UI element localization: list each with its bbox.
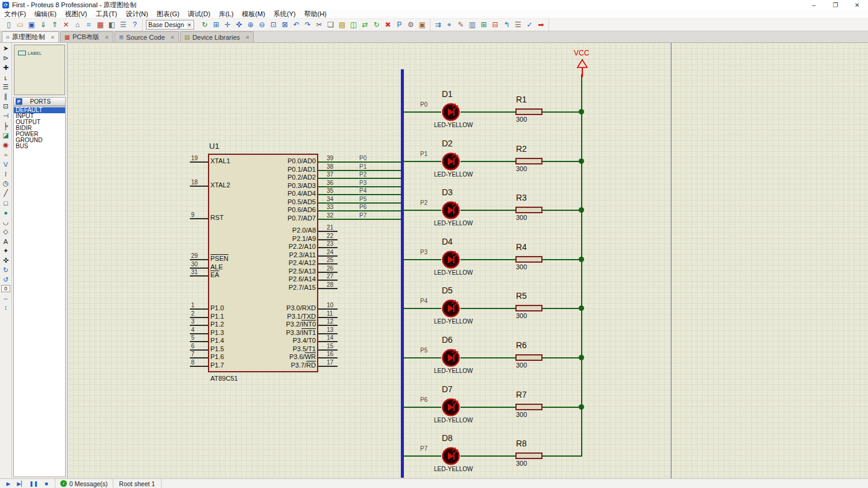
toolbar-icon[interactable]: ▣ [26, 20, 37, 30]
net-label[interactable]: P3 [359, 180, 366, 186]
toolbar-icon[interactable]: ✕ [60, 20, 72, 30]
resistor[interactable] [515, 404, 542, 410]
mode-icon[interactable]: ✦ [1, 246, 11, 255]
toolbar-icon[interactable]: ✖ [382, 20, 394, 30]
toolbar-icon[interactable]: ⊞ [210, 20, 222, 30]
toolbar-icon[interactable]: ◧ [106, 20, 118, 30]
mirror-x-icon[interactable]: ↔ [1, 293, 11, 302]
resistor-reference[interactable]: R8 [516, 439, 527, 448]
led-icon[interactable] [441, 201, 461, 220]
led-value[interactable]: LED-YELLOW [434, 122, 473, 128]
led-reference[interactable]: D5 [442, 286, 453, 295]
resistor[interactable] [515, 354, 542, 361]
mode-icon[interactable]: ↺ [1, 275, 11, 284]
mode-icon[interactable]: ʟ [1, 73, 11, 82]
resistor[interactable] [515, 207, 542, 213]
toolbar-icon[interactable]: ☰ [512, 20, 524, 30]
mode-icon[interactable]: V [1, 160, 11, 169]
mode-icon[interactable]: ↻ [1, 266, 11, 275]
resistor-reference[interactable]: R2 [516, 144, 527, 154]
toolbar-icon[interactable]: ⊠ [279, 20, 291, 30]
led-reference[interactable]: D4 [442, 237, 453, 246]
menu-item[interactable]: 系统(Y) [269, 10, 300, 18]
mode-icon[interactable]: ◉ [1, 140, 11, 149]
resistor[interactable] [515, 256, 542, 263]
mode-icon[interactable]: ◪ [1, 131, 11, 140]
message-area[interactable]: i 0 Message(s) [55, 479, 113, 488]
resistor-value[interactable]: 300 [516, 165, 527, 172]
resistor[interactable] [515, 305, 542, 311]
toolbar-icon[interactable]: ⚙ [405, 20, 417, 30]
toolbar-icon[interactable]: ⊞ [478, 20, 489, 30]
net-label[interactable]: P7 [420, 445, 427, 452]
toolbar-icon[interactable]: ✎ [455, 20, 467, 30]
play-button[interactable]: ▶ [3, 480, 14, 487]
mode-icon[interactable]: I [1, 169, 11, 178]
led-reference[interactable]: D7 [442, 384, 453, 394]
toolbar-icon[interactable]: ➡ [535, 20, 547, 30]
toolbar-icon[interactable]: ▦ [95, 20, 106, 30]
chip-reference[interactable]: U1 [209, 142, 219, 151]
toolbar-icon[interactable]: ↶ [291, 20, 302, 30]
toolbar-icon[interactable]: ⇉ [432, 20, 444, 30]
mode-icon[interactable]: ⊡ [1, 102, 11, 111]
chip-value[interactable]: AT89C51 [210, 375, 238, 382]
resistor-reference[interactable]: R6 [516, 340, 527, 350]
mode-icon[interactable]: ⊳ [1, 54, 11, 63]
led-icon[interactable] [441, 398, 461, 417]
toolbar-icon[interactable]: ▯ [3, 20, 14, 30]
net-label[interactable]: P1 [359, 163, 366, 170]
mode-icon[interactable]: ∥ [1, 92, 11, 101]
toolbar-icon[interactable]: ✂ [313, 20, 325, 30]
net-label[interactable]: P5 [420, 347, 427, 354]
resistor-reference[interactable]: R5 [516, 291, 527, 301]
resistor-value[interactable]: 300 [516, 312, 527, 319]
resistor-reference[interactable]: R7 [516, 390, 527, 399]
led-icon[interactable] [441, 152, 461, 171]
net-label[interactable]: P0 [420, 101, 427, 108]
net-label[interactable]: P1 [420, 151, 427, 157]
net-label[interactable]: P4 [359, 187, 366, 194]
mode-icon[interactable]: ⊣ [1, 111, 11, 120]
tab-source-code[interactable]: ≣ Source Code ✕ [115, 31, 179, 42]
net-label[interactable]: P4 [420, 298, 427, 304]
maximize-button[interactable]: ❐ [825, 0, 846, 10]
stop-button[interactable]: ■ [41, 480, 52, 487]
rotation-angle-field[interactable]: 0 [1, 285, 10, 292]
toolbar-icon[interactable]: P [394, 20, 405, 30]
net-label[interactable]: P5 [359, 196, 366, 202]
pick-ports-icon[interactable]: P [16, 98, 22, 105]
mode-icon[interactable]: ≈ [1, 150, 11, 159]
menu-item[interactable]: 帮助(H) [300, 10, 331, 18]
led-reference[interactable]: D6 [442, 335, 453, 345]
led-icon[interactable] [441, 250, 461, 269]
resistor[interactable] [515, 108, 542, 115]
minimize-button[interactable]: – [803, 0, 825, 10]
tab-device-libraries[interactable]: ▤ Device Libraries ✕ [180, 31, 254, 42]
menu-item[interactable]: 图表(G) [153, 10, 184, 18]
step-button[interactable]: ▶▏ [16, 480, 27, 487]
toolbar-icon[interactable]: ▥ [467, 20, 478, 30]
led-reference[interactable]: D2 [442, 139, 453, 148]
resistor[interactable] [515, 158, 542, 164]
resistor-value[interactable]: 300 [516, 263, 527, 271]
net-label[interactable]: P6 [359, 204, 366, 210]
led-value[interactable]: LED-YELLOW [434, 466, 473, 472]
toolbar-icon[interactable]: ⊟ [489, 20, 501, 30]
mirror-y-icon[interactable]: ↕ [1, 302, 11, 311]
toolbar-icon[interactable]: ? [129, 20, 140, 30]
schematic-canvas[interactable]: U1 AT89C51 19 XTAL1 18 XTAL2 9 [68, 43, 868, 478]
resistor-value[interactable]: 300 [516, 116, 527, 123]
resistor-reference[interactable]: R1 [516, 95, 527, 104]
mode-icon[interactable]: ✚ [1, 63, 11, 72]
mode-icon[interactable]: ● [1, 208, 11, 217]
tab-pcb-layout[interactable]: ▦ PCB布版 ✕ [60, 31, 113, 42]
menu-item[interactable]: 文件(F) [0, 10, 30, 18]
net-label[interactable]: P3 [420, 249, 427, 255]
overview-preview[interactable]: LABEL [14, 45, 65, 95]
led-icon[interactable] [441, 299, 461, 318]
led-value[interactable]: LED-YELLOW [434, 171, 473, 178]
mode-icon[interactable]: □ [1, 198, 11, 207]
tab-schematic-capture[interactable]: ⌗ 原理图绘制 ✕ [2, 31, 59, 42]
led-icon[interactable] [441, 446, 461, 466]
